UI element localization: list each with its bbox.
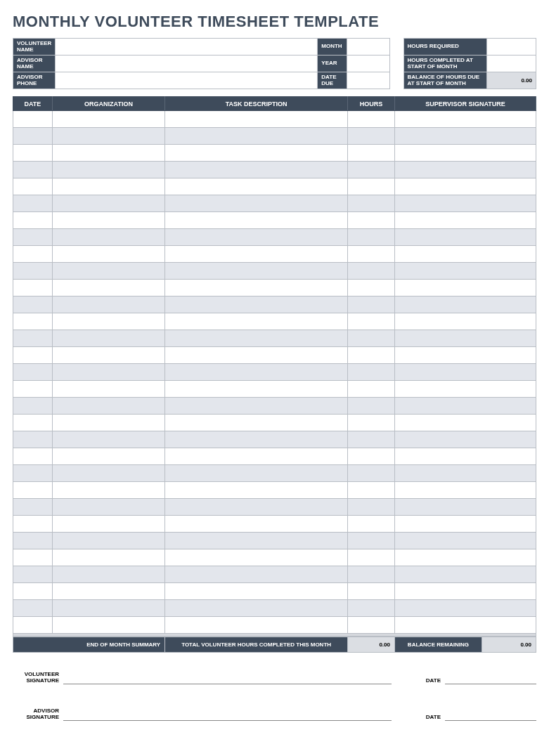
month-input[interactable] [347, 39, 389, 56]
cell[interactable] [394, 111, 536, 128]
cell[interactable] [348, 381, 395, 398]
volunteer-date-line[interactable] [445, 665, 536, 684]
cell[interactable] [348, 178, 395, 195]
volunteer-name-input[interactable] [56, 39, 318, 56]
cell[interactable] [348, 566, 395, 583]
cell[interactable] [52, 296, 164, 313]
cell[interactable] [165, 178, 348, 195]
cell[interactable] [348, 195, 395, 212]
cell[interactable] [13, 280, 53, 296]
cell[interactable] [13, 212, 53, 229]
cell[interactable] [13, 195, 53, 212]
cell[interactable] [13, 516, 53, 533]
cell[interactable] [13, 583, 53, 600]
cell[interactable] [13, 549, 53, 566]
cell[interactable] [394, 162, 536, 178]
cell[interactable] [13, 263, 53, 280]
cell[interactable] [348, 499, 395, 516]
cell[interactable] [394, 128, 536, 145]
cell[interactable] [52, 499, 164, 516]
cell[interactable] [394, 330, 536, 347]
cell[interactable] [165, 111, 348, 128]
cell[interactable] [13, 145, 53, 162]
cell[interactable] [394, 296, 536, 313]
cell[interactable] [52, 364, 164, 381]
cell[interactable] [165, 212, 348, 229]
cell[interactable] [394, 566, 536, 583]
cell[interactable] [348, 465, 395, 482]
cell[interactable] [394, 280, 536, 296]
cell[interactable] [13, 617, 53, 634]
cell[interactable] [52, 516, 164, 533]
cell[interactable] [394, 347, 536, 364]
cell[interactable] [348, 111, 395, 128]
advisor-name-input[interactable] [56, 56, 318, 72]
cell[interactable] [52, 330, 164, 347]
cell[interactable] [165, 465, 348, 482]
cell[interactable] [52, 212, 164, 229]
cell[interactable] [13, 347, 53, 364]
cell[interactable] [13, 296, 53, 313]
cell[interactable] [52, 195, 164, 212]
cell[interactable] [13, 600, 53, 617]
cell[interactable] [394, 364, 536, 381]
advisor-date-line[interactable] [445, 702, 536, 720]
cell[interactable] [394, 415, 536, 431]
cell[interactable] [52, 583, 164, 600]
cell[interactable] [52, 229, 164, 246]
hours-completed-input[interactable] [486, 56, 536, 72]
cell[interactable] [394, 617, 536, 634]
cell[interactable] [13, 533, 53, 549]
advisor-phone-input[interactable] [56, 72, 318, 89]
cell[interactable] [13, 364, 53, 381]
cell[interactable] [165, 617, 348, 634]
cell[interactable] [52, 381, 164, 398]
cell[interactable] [394, 583, 536, 600]
cell[interactable] [13, 246, 53, 263]
cell[interactable] [348, 229, 395, 246]
cell[interactable] [348, 415, 395, 431]
cell[interactable] [165, 516, 348, 533]
cell[interactable] [13, 465, 53, 482]
cell[interactable] [348, 398, 395, 415]
cell[interactable] [52, 313, 164, 330]
cell[interactable] [165, 448, 348, 465]
cell[interactable] [165, 330, 348, 347]
cell[interactable] [348, 347, 395, 364]
cell[interactable] [394, 263, 536, 280]
cell[interactable] [348, 145, 395, 162]
cell[interactable] [13, 448, 53, 465]
cell[interactable] [394, 145, 536, 162]
cell[interactable] [165, 246, 348, 263]
cell[interactable] [13, 111, 53, 128]
cell[interactable] [348, 583, 395, 600]
year-input[interactable] [347, 56, 389, 72]
cell[interactable] [394, 246, 536, 263]
cell[interactable] [52, 280, 164, 296]
cell[interactable] [394, 212, 536, 229]
cell[interactable] [348, 549, 395, 566]
cell[interactable] [394, 516, 536, 533]
volunteer-signature-line[interactable] [63, 665, 392, 684]
cell[interactable] [394, 465, 536, 482]
cell[interactable] [52, 178, 164, 195]
cell[interactable] [394, 549, 536, 566]
cell[interactable] [52, 347, 164, 364]
cell[interactable] [52, 415, 164, 431]
cell[interactable] [165, 229, 348, 246]
cell[interactable] [348, 313, 395, 330]
cell[interactable] [394, 499, 536, 516]
cell[interactable] [394, 431, 536, 448]
cell[interactable] [348, 128, 395, 145]
cell[interactable] [52, 263, 164, 280]
cell[interactable] [52, 465, 164, 482]
cell[interactable] [165, 280, 348, 296]
cell[interactable] [165, 263, 348, 280]
cell[interactable] [165, 347, 348, 364]
cell[interactable] [165, 296, 348, 313]
cell[interactable] [13, 313, 53, 330]
cell[interactable] [13, 482, 53, 499]
cell[interactable] [394, 381, 536, 398]
cell[interactable] [52, 128, 164, 145]
cell[interactable] [394, 178, 536, 195]
